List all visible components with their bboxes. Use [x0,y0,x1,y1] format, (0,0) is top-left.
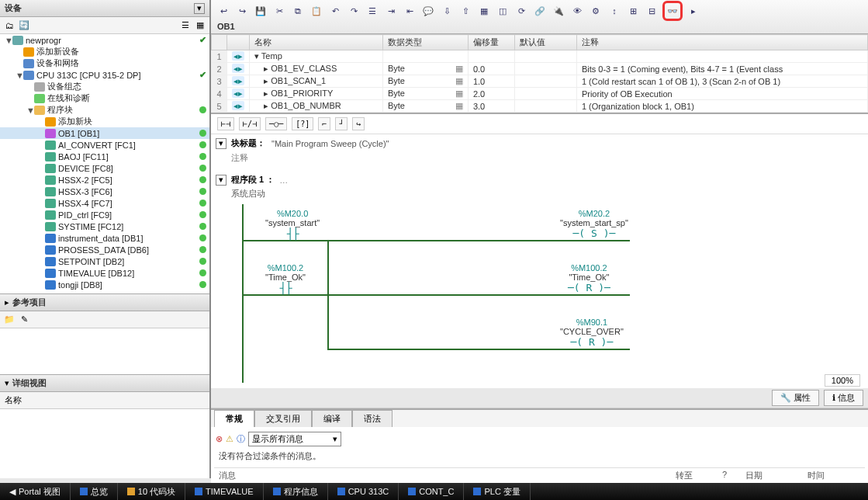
zoom-indicator[interactable]: 100% [825,374,860,387]
tree-toggle-icon[interactable]: ▼ [26,106,34,115]
tree-item[interactable]: instrument_data [DB1] [0,232,209,244]
jump-icon[interactable]: ↪ [352,117,365,130]
message-tab[interactable]: 语法 [352,410,393,427]
indent-icon[interactable]: ⇥ [383,3,399,19]
go-online-icon[interactable]: 🔗 [532,3,548,19]
cell-comment[interactable]: 1 (Cold restart scan 1 of OB 1), 3 (Scan… [576,75,867,88]
copy-icon[interactable]: ⧉ [290,3,306,19]
cell-offset[interactable]: 0.0 [468,63,514,75]
tool1-icon[interactable]: ↕ [607,3,622,19]
contact-system-start[interactable]: %M20.0 "system_start" ┤├ [265,209,320,240]
col-name[interactable]: 名称 [250,35,383,50]
cell-default[interactable] [514,63,576,75]
taskbar-item[interactable]: CONT_C [399,483,464,500]
cell-default[interactable] [514,100,576,113]
tree-item[interactable]: OB1 [OB1] [0,127,209,139]
message-tab[interactable]: 交叉引用 [254,410,312,427]
tree-item[interactable]: ▼程序块 [0,104,209,116]
cell-offset[interactable] [468,50,514,63]
interface-row[interactable]: 3◂▸ ▸ OB1_SCAN_1Byte ▦1.01 (Cold restart… [212,75,868,88]
taskbar-item[interactable]: 总览 [71,483,118,500]
tree-item[interactable]: HSSX-4 [FC7] [0,197,209,209]
code-area[interactable]: ⊢⊣ ⊢/⊣ ─○─ [?] ⌐ ┘ ↪ ▾ 块标题： "Main Progra… [211,114,868,388]
cell-offset[interactable]: 3.0 [468,100,514,113]
tree-toggle-icon[interactable]: ▼ [16,71,23,80]
undo-icon[interactable]: ↶ [327,3,343,19]
tool4-icon[interactable]: ▸ [686,3,701,19]
coil-system-start-sp[interactable]: %M20.2 "system_start_sp" ─( S )─ [560,209,628,239]
tree-item[interactable]: HSSX-2 [FC5] [0,174,209,186]
cell-offset[interactable]: 1.0 [468,75,514,88]
tree-item[interactable]: PROSESS_DATA [DB6] [0,244,209,255]
glasses-monitor-icon[interactable]: 👓 [662,1,683,21]
interface-row[interactable]: 2◂▸ ▸ OB1_EV_CLASSByte ▦0.0Bits 0-3 = 1 … [212,63,868,75]
interface-row[interactable]: 1◂▸▾ Temp [212,50,868,63]
interface-table[interactable]: 名称 数据类型 偏移量 默认值 注释 1◂▸▾ Temp2◂▸ ▸ OB1_EV… [211,34,868,114]
network-icon[interactable]: ▦ [476,3,492,19]
tree-item[interactable]: tongji [DB8] [0,279,209,290]
download-icon[interactable]: ⇩ [439,3,455,19]
monitor-icon[interactable]: 👁 [569,3,585,19]
contact-no-icon[interactable]: ⊢⊣ [217,117,234,130]
message-tab[interactable]: 编译 [312,410,352,427]
comment-icon[interactable]: 💬 [420,3,436,19]
cell-name[interactable]: ▸ OB1_PRIORITY [250,88,383,100]
tree-item[interactable]: BAOJ [FC11] [0,151,209,162]
interface-row[interactable]: 4◂▸ ▸ OB1_PRIORITYByte ▦2.0Priority of O… [212,88,868,100]
cell-dtype[interactable]: Byte ▦ [382,100,468,113]
outdent-icon[interactable]: ⇤ [402,3,417,19]
tree-item[interactable]: SYSTIME [FC12] [0,220,209,232]
cell-comment[interactable]: Bits 0-3 = 1 (Coming event), Bits 4-7 = … [576,63,867,75]
cut-icon[interactable]: ✂ [271,3,287,19]
paste-icon[interactable]: 📋 [309,3,324,19]
save-icon[interactable]: 💾 [253,3,268,19]
upload-icon[interactable]: ⇧ [458,3,473,19]
refresh-icon[interactable]: 🔄 [18,19,30,32]
box-icon[interactable]: [?] [292,117,313,130]
taskbar-item[interactable]: PLC 变量 [464,483,530,500]
taskbar-item[interactable]: CPU 313C [328,483,399,500]
network-toggle-icon[interactable]: ▾ [216,175,227,186]
tab-info[interactable]: ℹ 信息 [824,390,863,406]
cell-name[interactable]: ▸ OB1_EV_CLASS [250,63,383,75]
collapse-arrow-icon[interactable]: ▸ [5,297,9,307]
cell-comment[interactable]: 1 (Organization block 1, OB1) [576,100,867,113]
list-icon[interactable]: ☰ [365,3,380,19]
tree-item[interactable]: 添加新块 [0,116,209,127]
cell-dtype[interactable] [382,50,468,63]
branch-close-icon[interactable]: ┘ [335,117,348,130]
interface-row[interactable]: 5◂▸ ▸ OB1_OB_NUMBRByte ▦3.01 (Organizati… [212,100,868,113]
block-title-value[interactable]: "Main Program Sweep (Cycle)" [271,139,389,148]
expand-icon[interactable]: ☰ [179,19,192,32]
cell-default[interactable] [514,88,576,100]
tree-toggle-icon[interactable]: ▼ [5,36,12,45]
error-icon[interactable]: ⊗ [216,434,223,444]
cell-comment[interactable]: Priority of OB Execution [576,88,867,100]
block-comment-label[interactable]: 注释 [211,152,868,164]
col-default[interactable]: 默认值 [514,35,576,50]
tree-item[interactable]: ▼CPU 313C [CPU 315-2 DP]✔ [0,69,209,81]
folder-icon[interactable]: 📁 [3,314,16,326]
grid-icon[interactable]: ▦ [194,19,206,32]
taskbar-item[interactable]: TIMEVALUE [185,483,264,500]
cell-name[interactable]: ▾ Temp [250,50,383,63]
coil-cycle-over[interactable]: %M90.1 "CYCLE_OVER" ─( R )─ [560,318,624,348]
project-tree[interactable]: ▼newprogr✔添加新设备设备和网络▼CPU 313C [CPU 315-2… [0,34,209,294]
new-icon[interactable]: ✎ [18,314,30,326]
tree-item[interactable]: ▼newprogr✔ [0,34,209,46]
coil-time-ok[interactable]: %M100.2 "Time_Ok" ─( R )─ [568,263,610,293]
cell-name[interactable]: ▸ OB1_OB_NUMBR [250,100,383,113]
cell-name[interactable]: ▸ OB1_SCAN_1 [250,75,383,88]
network-body[interactable]: %M20.0 "system_start" ┤├ %M20.2 "system_… [211,200,868,388]
tree-item[interactable]: HSSX-3 [FC6] [0,186,209,197]
taskbar-item[interactable]: ◀Portal 视图 [0,483,71,500]
nav-back-icon[interactable]: ↩ [216,3,231,19]
col-offset[interactable]: 偏移量 [468,35,514,50]
warning-icon[interactable]: ⚠ [226,434,233,444]
tree-item[interactable]: PID_ctrl [FC9] [0,209,209,220]
cell-dtype[interactable]: Byte ▦ [382,88,468,100]
go-offline-icon[interactable]: 🔌 [551,3,566,19]
cell-dtype[interactable]: Byte ▦ [382,75,468,88]
cell-default[interactable] [514,75,576,88]
col-comment[interactable]: 注释 [576,35,867,50]
